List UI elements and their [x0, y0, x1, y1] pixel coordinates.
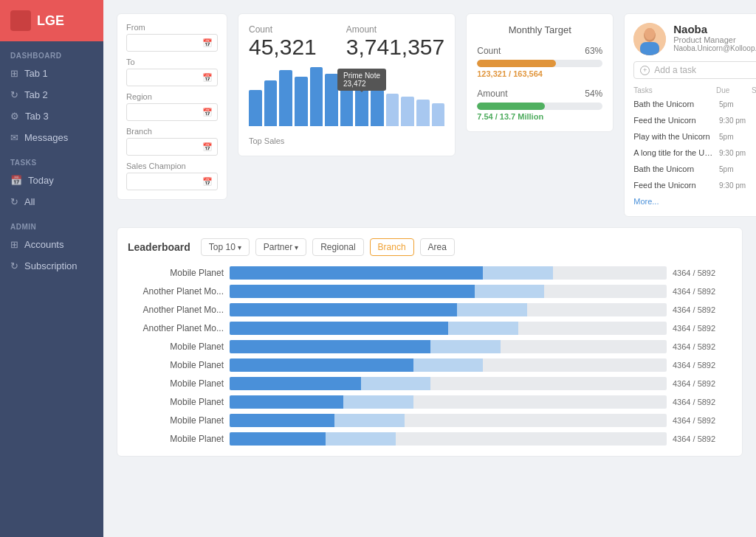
count-label: Count	[249, 24, 317, 35]
lb-row-name: Mobile Planet	[128, 268, 224, 278]
filter-panel: From 📅 To 📅 Region 📅 Branch	[117, 13, 227, 200]
amount-target-header: Amount 54%	[477, 89, 602, 99]
sidebar-item-label: All	[24, 196, 35, 207]
lb-bar-fill	[230, 414, 334, 427]
target-panel: Monthly Target Count 63% 123,321 / 163,5…	[466, 13, 614, 132]
lb-bar-fill	[230, 266, 483, 280]
tooltip-value: 23,472	[343, 80, 380, 88]
count-block: Count 45,321	[249, 24, 317, 60]
sidebar-item-tab1[interactable]: ⊞ Tab 1	[0, 63, 103, 84]
add-task-button[interactable]: + Add a task	[633, 61, 756, 79]
chart-bar	[371, 90, 384, 126]
sidebar-section-admin: ADMIN ⊞ Accounts ↻ Subscription	[0, 212, 103, 277]
refresh-icon: ↻	[10, 89, 18, 100]
count-target-pct: 63%	[585, 46, 602, 56]
task-due: 9:30 pm	[716, 145, 751, 161]
to-label: To	[126, 58, 218, 66]
partner-button[interactable]: Partner ▾	[255, 238, 306, 256]
lb-row-name: Another Planet Mo...	[128, 286, 224, 297]
profile-info: Naoba Product Manager Naoba.Unicorn@Koll…	[673, 23, 756, 52]
sidebar-item-messages[interactable]: ✉ Messages	[0, 127, 103, 148]
to-field: To 📅	[126, 58, 218, 86]
leaderboard-panel: Leaderboard Top 10 ▾ Partner ▾ Regional …	[117, 227, 743, 457]
lb-row-name: Mobile Planet	[128, 378, 224, 389]
partner-label: Partner	[264, 242, 292, 252]
sales-champion-input[interactable]: 📅	[126, 173, 218, 190]
stats-panel: Count 45,321 Amount 3,741,357 Prime Note…	[238, 13, 456, 156]
branch-field: Branch 📅	[126, 127, 218, 156]
lb-bar-fill	[230, 377, 361, 390]
task-row: Bath the Unicorn 5pm	[633, 96, 756, 112]
from-input[interactable]: 📅	[126, 34, 218, 52]
sidebar-logo[interactable]: LGE	[0, 0, 103, 41]
all-icon: ↻	[10, 196, 18, 207]
lb-row-name: Another Planet Mo...	[128, 305, 224, 315]
profile-email: Naoba.Unicorn@Kolloop.com	[673, 44, 756, 52]
region-label: Region	[126, 92, 218, 101]
leaderboard-header: Leaderboard Top 10 ▾ Partner ▾ Regional …	[128, 238, 732, 256]
tooltip-label: Prime Note	[343, 72, 380, 80]
chevron-down-icon: ▾	[295, 243, 298, 252]
chart-bar	[249, 90, 262, 126]
region-input[interactable]: 📅	[126, 103, 218, 121]
leaderboard-row: Mobile Planet 4364 / 5892	[128, 414, 732, 427]
sidebar-item-subscription[interactable]: ↻ Subscription	[0, 255, 103, 277]
sidebar-item-all[interactable]: ↻ All	[0, 191, 103, 212]
task-row: A long title for the Uni... 9:30 pm	[633, 145, 756, 161]
calendar-icon: 📅	[202, 177, 213, 187]
area-button[interactable]: Area	[420, 238, 455, 256]
sidebar-item-accounts[interactable]: ⊞ Accounts	[0, 234, 103, 255]
lb-row-value: 4364 / 5892	[673, 434, 732, 443]
to-input[interactable]: 📅	[126, 69, 218, 86]
lb-bar-container	[230, 303, 667, 316]
lb-bar-container	[230, 340, 667, 353]
from-field: From 📅	[126, 23, 218, 52]
task-due: 9:30 pm	[716, 112, 751, 128]
leaderboard-title: Leaderboard	[128, 241, 190, 253]
sidebar-item-tab2[interactable]: ↻ Tab 2	[0, 84, 103, 105]
leaderboard-row: Mobile Planet 4364 / 5892	[128, 266, 732, 280]
sidebar-item-label: Tab 3	[25, 111, 49, 122]
sidebar-section-dashboard: DASHBOARD ⊞ Tab 1 ↻ Tab 2 ⚙ Tab 3 ✉ Mess…	[0, 41, 103, 148]
branch-input[interactable]: 📅	[126, 138, 218, 156]
chart-bar	[295, 77, 308, 126]
amount-label: Amount	[346, 24, 444, 35]
task-status	[751, 161, 756, 177]
avatar-svg	[633, 23, 666, 55]
count-progress-fill	[477, 60, 556, 67]
sidebar-item-today[interactable]: 📅 Today	[0, 170, 103, 191]
lb-row-value: 4364 / 5892	[673, 379, 732, 388]
profile-name: Naoba	[673, 23, 756, 35]
chart-bar	[386, 94, 399, 126]
chevron-down-icon: ▾	[238, 243, 241, 252]
task-due: 9:30 pm	[716, 177, 751, 193]
calendar-icon: 📅	[10, 175, 22, 186]
amount-target-sub: 7.54 / 13.7 Million	[477, 112, 602, 121]
lb-bar-light	[361, 377, 431, 390]
sidebar-item-label: Today	[28, 175, 54, 186]
sidebar-item-tab3[interactable]: ⚙ Tab 3	[0, 105, 103, 127]
lb-bar-light	[326, 432, 396, 446]
task-name: Play with the Unicorn	[633, 128, 716, 145]
chart-bar	[279, 70, 292, 126]
chart-bar	[416, 100, 430, 126]
add-task-icon: +	[640, 66, 650, 75]
amount-target-pct: 54%	[585, 89, 602, 99]
task-row: Feed the Unicorn 9:30 pm	[633, 112, 756, 128]
top10-button[interactable]: Top 10 ▾	[201, 238, 250, 256]
branch-button[interactable]: Branch	[370, 238, 414, 256]
profile-panel: Naoba Product Manager Naoba.Unicorn@Koll…	[624, 13, 756, 217]
more-link[interactable]: More...	[633, 197, 659, 206]
sidebar-item-label: Tab 2	[24, 89, 48, 100]
lb-bar-container	[230, 395, 667, 409]
lb-bar-fill	[230, 340, 430, 353]
lb-row-value: 4364 / 5892	[673, 268, 732, 277]
task-name: Bath the Unicorn	[633, 96, 716, 112]
profile-title: Product Manager	[673, 35, 756, 44]
lb-row-name: Mobile Planet	[128, 360, 224, 370]
lb-bar-fill	[230, 432, 326, 446]
task-status	[751, 145, 756, 161]
regional-button[interactable]: Regional	[312, 238, 363, 256]
lb-row-name: Mobile Planet	[128, 397, 224, 407]
region-field: Region 📅	[126, 92, 218, 121]
